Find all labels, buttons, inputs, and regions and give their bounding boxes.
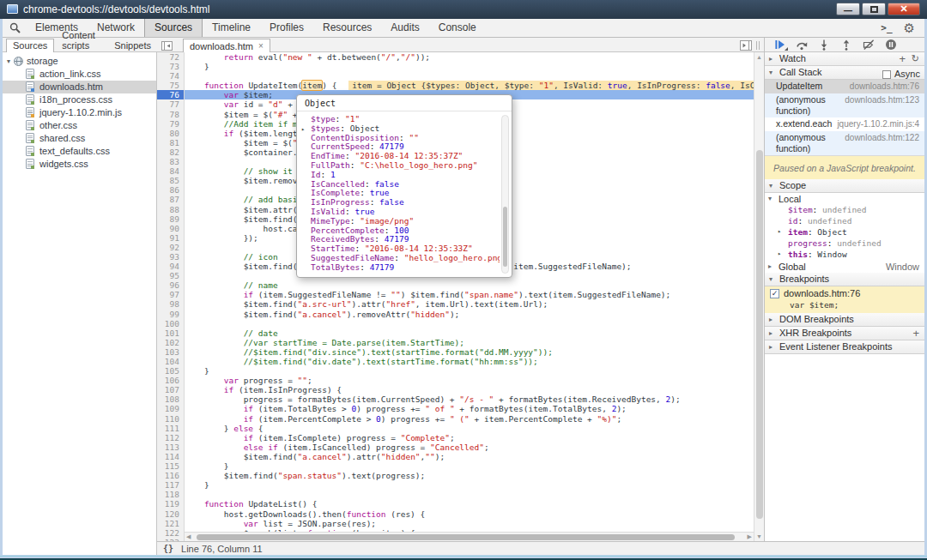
dom-breakpoints-header[interactable]: ▸ DOM Breakpoints <box>765 313 924 327</box>
scope-local-header[interactable]: ▾ Local <box>765 193 924 205</box>
breakpoint-checkbox[interactable]: ✓ <box>770 289 779 298</box>
code-line-72[interactable]: return eval("new " + dt.between("/","/")… <box>185 52 754 62</box>
code-line-120[interactable]: host.getDownloads().then(function (res) … <box>185 509 754 519</box>
code-line-99[interactable]: $item.find("a.cancel").removeAttr("hidde… <box>185 310 754 319</box>
code-line-111[interactable]: } else { <box>185 424 754 433</box>
code-line-109[interactable]: if (item.TotalBytes > 0) progress += " o… <box>185 404 754 413</box>
close-button[interactable]: ✕ <box>888 3 920 15</box>
add-xhr-breakpoint-icon[interactable]: + <box>912 327 919 340</box>
scroll-right-icon[interactable]: ▶ <box>748 533 752 540</box>
refresh-watch-icon[interactable]: ↻ <box>912 52 919 65</box>
xhr-breakpoints-header[interactable]: ▸ XHR Breakpoints + <box>765 327 924 340</box>
gutter-line-111[interactable]: 111 <box>157 424 184 433</box>
vertical-scroll-thumb[interactable] <box>756 150 763 519</box>
code-line-96[interactable]: // name <box>185 280 754 290</box>
code-line-116[interactable]: $item.find("span.status").text(progress)… <box>185 471 754 480</box>
async-checkbox[interactable] <box>882 70 891 79</box>
code-line-105[interactable]: } <box>185 366 754 376</box>
title-bar[interactable]: chrome-devtools://devtools/devtools.html… <box>0 0 927 19</box>
scroll-left-icon[interactable]: ◀ <box>186 533 191 540</box>
gutter-line-102[interactable]: 102 <box>157 338 184 347</box>
gutter-line-119[interactable]: 119 <box>157 499 184 509</box>
tree-item-shared-css[interactable]: shared.css <box>3 132 156 145</box>
gutter-line-81[interactable]: 81 <box>157 138 184 148</box>
watch-section-header[interactable]: ▸ Watch + ↻ <box>765 52 924 66</box>
code-line-74[interactable] <box>185 71 754 81</box>
tree-item-text-defaults-css[interactable]: text_defaults.css <box>3 145 156 158</box>
breakpoint-location[interactable]: downloads.htm:76 <box>784 288 860 298</box>
gutter-line-93[interactable]: 93 <box>157 252 184 262</box>
panel-tab-sources[interactable]: Sources <box>144 19 203 37</box>
gutter-line-113[interactable]: 113 <box>157 443 184 452</box>
code-line-119[interactable]: function UpdateList() { <box>185 499 754 509</box>
tree-item-downloads-htm[interactable]: downloads.htm <box>3 81 156 93</box>
code-line-114[interactable]: $item.find("a.cancel").attr("hidden","")… <box>185 452 754 461</box>
call-stack-frame--anonymous-function-[interactable]: (anonymous function)downloads.htm:123 <box>765 93 924 117</box>
panel-tab-timeline[interactable]: Timeline <box>203 19 260 37</box>
gutter-line-103[interactable]: 103 <box>157 347 184 357</box>
minimize-button[interactable]: — <box>836 3 860 15</box>
tree-expander-icon[interactable]: ▾ <box>7 55 10 68</box>
gutter-line-114[interactable]: 114 <box>157 452 184 461</box>
code-line-112[interactable]: if (item.IsComplete) progress = "Complet… <box>185 433 754 443</box>
gutter-line-80[interactable]: 80 <box>157 129 184 138</box>
gutter-line-100[interactable]: 100 <box>157 319 184 328</box>
gutter-line-96[interactable]: 96 <box>157 280 184 290</box>
tree-item-other-css[interactable]: other.css <box>3 119 156 132</box>
navigator-tab-snippets[interactable]: Snippets <box>108 39 157 52</box>
editor-tab-downloads-htm[interactable]: downloads.htm × <box>183 39 270 52</box>
gutter-line-98[interactable]: 98 <box>157 299 184 309</box>
code-line-104[interactable]: //$item.find("div.date").text(startTime.… <box>185 357 754 366</box>
breakpoint-entry[interactable]: ✓ downloads.htm:76 var $item; <box>765 286 924 313</box>
pretty-print-button[interactable]: {} <box>163 544 173 553</box>
scope-global-row[interactable]: ▸ Global Window <box>765 261 924 273</box>
add-watch-icon[interactable]: + <box>899 52 906 65</box>
gutter-line-108[interactable]: 108 <box>157 394 184 404</box>
gutter-line-104[interactable]: 104 <box>157 357 184 366</box>
code-line-107[interactable]: if (item.IsInProgress) { <box>185 385 754 394</box>
deactivate-breakpoints-button[interactable] <box>863 39 875 51</box>
gutter-line-88[interactable]: 88 <box>157 205 184 214</box>
gutter-line-117[interactable]: 117 <box>157 480 184 490</box>
code-line-121[interactable]: var list = JSON.parse(res); <box>185 519 754 528</box>
gutter-line-86[interactable]: 86 <box>157 185 184 195</box>
editor-horizontal-scrollbar[interactable]: ◀ ▶ <box>185 532 754 541</box>
gutter-line-89[interactable]: 89 <box>157 214 184 224</box>
gutter-line-110[interactable]: 110 <box>157 414 184 424</box>
gutter-line-107[interactable]: 107 <box>157 385 184 394</box>
gutter-line-118[interactable]: 118 <box>157 490 184 499</box>
panel-tab-console[interactable]: Console <box>429 19 486 37</box>
expand-icon[interactable]: ▸ <box>778 250 781 257</box>
gutter-line-120[interactable]: 120 <box>157 509 184 519</box>
call-stack-frame-updateitem[interactable]: UpdateItemdownloads.htm:76 <box>765 80 924 93</box>
gutter-line-79[interactable]: 79 <box>157 119 184 129</box>
console-drawer-icon[interactable]: >_ <box>881 22 892 33</box>
code-line-118[interactable] <box>185 490 754 499</box>
code-line-101[interactable]: // date <box>185 328 754 338</box>
gutter-line-73[interactable]: 73 <box>157 62 184 71</box>
expand-icon[interactable]: ▸ <box>778 228 781 235</box>
gutter-line-78[interactable]: 78 <box>157 110 184 119</box>
code-line-115[interactable]: } <box>185 461 754 471</box>
tree-item-storage[interactable]: ▾storage <box>3 55 156 68</box>
gutter-line-77[interactable]: 77 <box>157 99 184 109</box>
code-line-113[interactable]: else if (item.IsCancelled) progress = "C… <box>185 443 754 452</box>
code-line-98[interactable]: $item.find("a.src-url").attr("href", ite… <box>185 299 754 309</box>
scope-section-header[interactable]: ▾ Scope <box>765 179 924 193</box>
code-line-75[interactable]: function UpdateItem(item) {item = Object… <box>185 81 754 90</box>
event-listener-breakpoints-header[interactable]: ▸ Event Listener Breakpoints <box>765 340 924 354</box>
panel-tab-audits[interactable]: Audits <box>381 19 428 37</box>
highlighted-token[interactable]: item <box>301 80 323 91</box>
pause-on-exceptions-button[interactable] <box>885 39 897 51</box>
popover-scroll-thumb[interactable] <box>503 207 507 267</box>
call-stack-section-header[interactable]: ▾ Call Stack Async <box>765 66 924 80</box>
gutter-line-83[interactable]: 83 <box>157 157 184 166</box>
async-toggle[interactable]: Async <box>882 68 920 81</box>
settings-gear-icon[interactable]: ⚙ <box>904 21 915 36</box>
breakpoints-section-header[interactable]: ▾ Breakpoints <box>765 273 924 286</box>
panel-tab-profiles[interactable]: Profiles <box>260 19 313 37</box>
code-line-103[interactable]: //$item.find("div.since").text(startTime… <box>185 347 754 357</box>
code-line-106[interactable]: var progress = ""; <box>185 376 754 385</box>
gutter-line-97[interactable]: 97 <box>157 290 184 299</box>
inspect-element-icon[interactable] <box>9 22 21 33</box>
